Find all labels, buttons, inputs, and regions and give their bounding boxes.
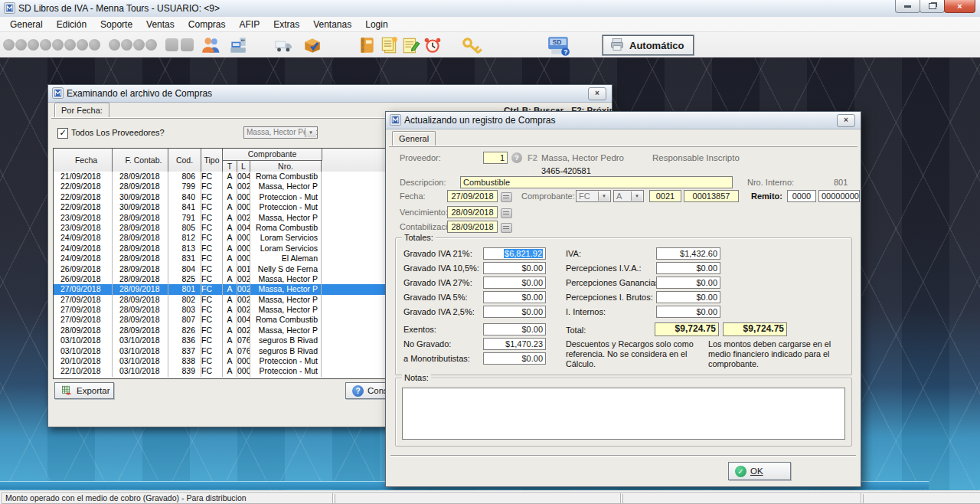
notas-textarea[interactable] bbox=[402, 388, 845, 440]
header-t[interactable]: T bbox=[223, 161, 237, 172]
table-cell: 22/09/2018 bbox=[54, 202, 113, 212]
table-cell: 0021-00013857 bbox=[237, 284, 250, 294]
nav-button[interactable] bbox=[15, 39, 27, 51]
nav-button[interactable] bbox=[121, 39, 132, 51]
totales-input[interactable]: $0.00 bbox=[656, 291, 720, 303]
status-panel-3 bbox=[620, 493, 864, 504]
fecha-input[interactable]: 27/09/2018 bbox=[447, 190, 498, 202]
chevron-down-icon[interactable]: ▼ bbox=[598, 191, 609, 201]
totales-input[interactable]: $1,470.23 bbox=[483, 338, 546, 350]
totales-input[interactable]: $0.00 bbox=[483, 291, 546, 303]
address-book-icon[interactable] bbox=[357, 35, 377, 55]
sd-help-icon[interactable]: SD? bbox=[547, 35, 571, 55]
table-cell: El Aleman bbox=[250, 254, 322, 263]
export-icon bbox=[61, 385, 73, 398]
help-icon[interactable]: ? bbox=[511, 152, 522, 163]
table-cell: 838 bbox=[168, 356, 201, 366]
header-fecha[interactable]: Fecha bbox=[54, 149, 113, 172]
nav-button[interactable] bbox=[109, 39, 120, 51]
totales-input[interactable]: $0.00 bbox=[483, 306, 546, 318]
proveedor-code-input[interactable]: 1 bbox=[483, 152, 508, 164]
alarm-clock-icon[interactable] bbox=[423, 35, 443, 55]
totales-input[interactable]: $0.00 bbox=[656, 262, 720, 274]
nav-button[interactable] bbox=[52, 39, 64, 51]
tool-button[interactable] bbox=[181, 38, 194, 51]
header-tipo[interactable]: Tipo bbox=[201, 149, 223, 172]
provider-combobox[interactable]: Massa, Hector Pedro ▼ bbox=[243, 126, 318, 139]
automatic-button[interactable]: Automático bbox=[603, 35, 694, 55]
notes-icon[interactable] bbox=[379, 35, 399, 55]
comprobante-punto-input[interactable]: 0021 bbox=[649, 190, 681, 202]
nav-button[interactable] bbox=[89, 39, 100, 51]
menu-item-edición[interactable]: Edición bbox=[50, 18, 93, 31]
table-cell: 0000-00153836 bbox=[237, 356, 250, 366]
box-check-icon[interactable] bbox=[302, 35, 322, 55]
vencimiento-input[interactable]: 28/09/2018 bbox=[447, 206, 498, 218]
descripcion-input[interactable]: Combustible bbox=[460, 176, 733, 188]
browse-close-button[interactable]: × bbox=[588, 87, 606, 100]
nav-button[interactable] bbox=[64, 39, 76, 51]
dialog-close-button[interactable]: × bbox=[837, 114, 855, 127]
nav-button[interactable] bbox=[77, 39, 88, 51]
calendar-icon[interactable] bbox=[501, 208, 512, 218]
total-value-2[interactable]: $9,724.75 bbox=[723, 322, 787, 336]
nav-button[interactable] bbox=[133, 39, 145, 51]
app-icon bbox=[4, 2, 15, 14]
ok-button[interactable]: ✓ OK bbox=[728, 462, 791, 480]
minimize-button[interactable] bbox=[895, 0, 920, 13]
tool-button[interactable] bbox=[165, 38, 178, 51]
totales-label: Percepciones I. Brutos: bbox=[566, 293, 653, 302]
nav-button[interactable] bbox=[145, 39, 157, 51]
menu-item-soporte[interactable]: Soporte bbox=[93, 18, 139, 31]
comprobante-tipo-combo[interactable]: FC▼ bbox=[576, 190, 611, 202]
all-providers-checkbox[interactable]: ✓ bbox=[57, 128, 68, 139]
cash-register-icon[interactable] bbox=[228, 35, 248, 55]
table-cell: 826 bbox=[168, 326, 201, 335]
menu-item-login[interactable]: Login bbox=[358, 18, 394, 31]
comprobante-numero-input[interactable]: 00013857 bbox=[684, 190, 739, 202]
calendar-icon[interactable] bbox=[501, 223, 512, 233]
truck-icon[interactable] bbox=[273, 35, 293, 55]
remito-numero-input[interactable]: 00000000 bbox=[818, 190, 860, 202]
totales-input[interactable]: $0.00 bbox=[483, 352, 546, 365]
menu-item-afip[interactable]: AFIP bbox=[232, 18, 266, 31]
edit-note-icon[interactable] bbox=[401, 35, 421, 55]
nav-button[interactable] bbox=[40, 39, 51, 51]
restore-button[interactable] bbox=[920, 0, 945, 13]
comprobante-letra-combo[interactable]: A▼ bbox=[613, 190, 644, 202]
menu-item-extras[interactable]: Extras bbox=[266, 18, 306, 31]
remito-punto-input[interactable]: 0000 bbox=[787, 190, 816, 202]
header-l[interactable]: L bbox=[237, 161, 250, 172]
menu-item-ventanas[interactable]: Ventanas bbox=[306, 18, 358, 31]
export-button[interactable]: Exportar bbox=[54, 382, 114, 399]
automatic-button-label: Automático bbox=[629, 40, 684, 51]
totales-input[interactable]: $0.00 bbox=[483, 262, 546, 274]
chevron-down-icon[interactable]: ▼ bbox=[631, 191, 642, 201]
totales-input[interactable]: $0.00 bbox=[483, 277, 546, 289]
nav-button[interactable] bbox=[3, 39, 15, 51]
totales-input[interactable]: $6,821.92 bbox=[483, 247, 546, 260]
menu-item-general[interactable]: General bbox=[3, 18, 50, 31]
nav-button[interactable] bbox=[28, 39, 39, 51]
users-icon[interactable] bbox=[201, 35, 220, 55]
contabilizacion-input[interactable]: 28/09/2018 bbox=[447, 221, 498, 233]
menu-item-compras[interactable]: Compras bbox=[181, 18, 233, 31]
close-button[interactable]: × bbox=[944, 0, 975, 13]
header-nro[interactable]: Nro. bbox=[250, 161, 322, 172]
tab-por-fecha[interactable]: Por Fecha: bbox=[54, 103, 109, 118]
chevron-down-icon[interactable]: ▼ bbox=[305, 128, 316, 137]
totales-input[interactable]: $0.00 bbox=[483, 323, 546, 335]
table-cell: FC bbox=[201, 223, 223, 233]
total-value-1[interactable]: $9,724.75 bbox=[655, 322, 719, 336]
tab-general[interactable]: General bbox=[392, 131, 436, 146]
header-comprobante[interactable]: Comprobante bbox=[223, 149, 322, 161]
calendar-icon[interactable] bbox=[501, 192, 512, 202]
menu-item-ventas[interactable]: Ventas bbox=[139, 18, 181, 31]
header-fcontab[interactable]: F. Contab. bbox=[113, 149, 168, 172]
totales-label: I. Internos: bbox=[566, 307, 606, 316]
key-icon[interactable] bbox=[461, 35, 484, 55]
totales-input[interactable]: $0.00 bbox=[656, 277, 720, 289]
totales-input[interactable]: $1,432.60 bbox=[656, 247, 720, 260]
totales-input[interactable]: $0.00 bbox=[656, 306, 720, 318]
header-cod[interactable]: Cod. bbox=[168, 149, 201, 172]
